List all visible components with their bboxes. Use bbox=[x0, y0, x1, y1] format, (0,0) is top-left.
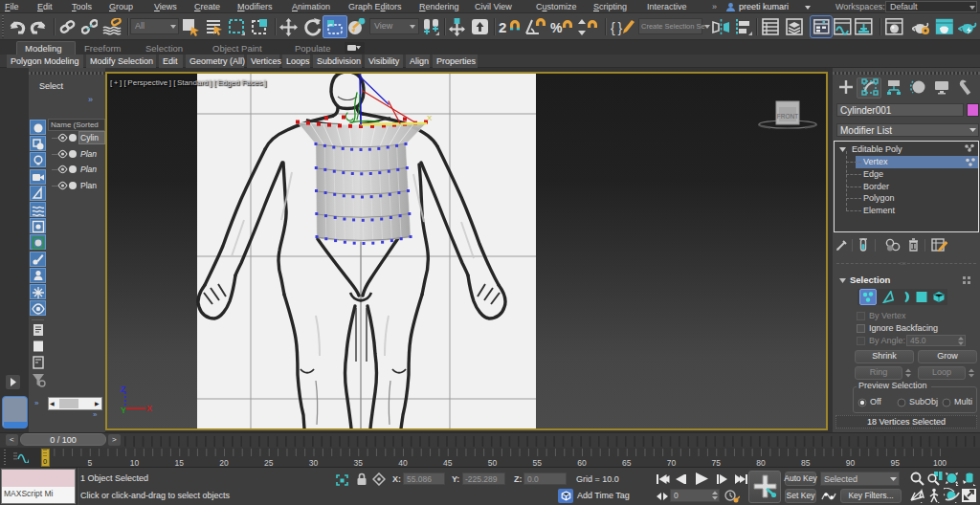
svg-text:X: X bbox=[146, 404, 152, 413]
svg-text:65: 65 bbox=[622, 458, 632, 468]
svg-text:5: 5 bbox=[87, 458, 92, 468]
svg-text:X: X bbox=[427, 114, 433, 122]
svg-text:95: 95 bbox=[891, 458, 901, 468]
svg-text:90: 90 bbox=[846, 458, 856, 468]
svg-text:70: 70 bbox=[667, 458, 677, 468]
svg-text:30: 30 bbox=[309, 458, 319, 468]
svg-text:15: 15 bbox=[175, 458, 185, 468]
svg-text:Z: Z bbox=[121, 384, 126, 394]
svg-text:100: 100 bbox=[933, 458, 947, 468]
svg-text:80: 80 bbox=[756, 458, 766, 468]
svg-text:Y: Y bbox=[121, 406, 126, 415]
svg-text:85: 85 bbox=[801, 458, 811, 468]
svg-text:%: % bbox=[550, 20, 563, 35]
svg-text:{ }: { } bbox=[611, 20, 622, 35]
svg-text:35: 35 bbox=[354, 458, 364, 468]
svg-text:55: 55 bbox=[533, 458, 543, 468]
svg-text:45: 45 bbox=[443, 458, 453, 468]
svg-text:10: 10 bbox=[130, 458, 140, 468]
svg-text:FRONT: FRONT bbox=[777, 113, 798, 120]
svg-text:20: 20 bbox=[219, 458, 229, 468]
svg-text:60: 60 bbox=[577, 458, 587, 468]
svg-text:75: 75 bbox=[712, 458, 722, 468]
svg-text:40: 40 bbox=[398, 458, 408, 468]
svg-text:50: 50 bbox=[488, 458, 498, 468]
svg-text:25: 25 bbox=[264, 458, 274, 468]
svg-text:2: 2 bbox=[499, 19, 506, 35]
